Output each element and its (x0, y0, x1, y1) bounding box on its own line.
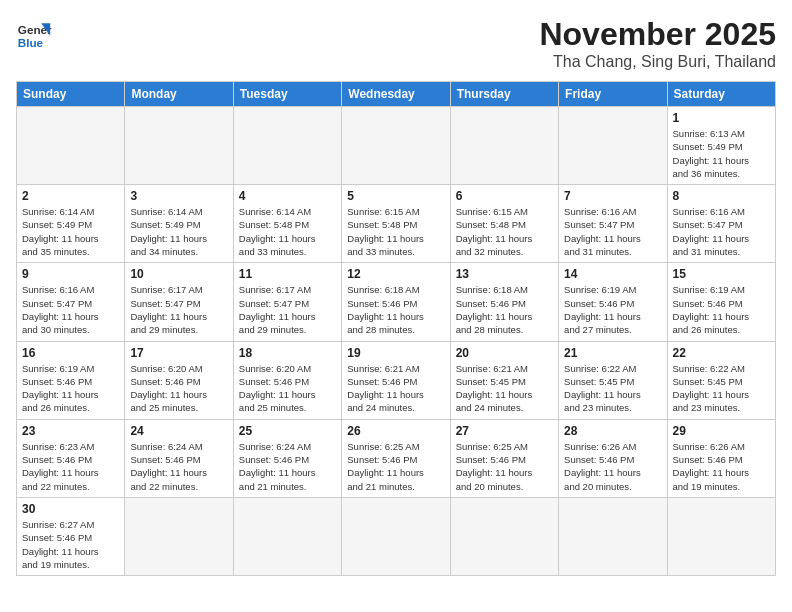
day-number: 4 (239, 189, 336, 203)
day-number: 19 (347, 346, 444, 360)
day-info: Sunrise: 6:22 AM Sunset: 5:45 PM Dayligh… (564, 362, 661, 415)
weekday-header-thursday: Thursday (450, 82, 558, 107)
day-info: Sunrise: 6:20 AM Sunset: 5:46 PM Dayligh… (130, 362, 227, 415)
calendar-cell: 6Sunrise: 6:15 AM Sunset: 5:48 PM Daylig… (450, 185, 558, 263)
calendar-cell: 17Sunrise: 6:20 AM Sunset: 5:46 PM Dayli… (125, 341, 233, 419)
calendar-cell: 15Sunrise: 6:19 AM Sunset: 5:46 PM Dayli… (667, 263, 775, 341)
logo: General Blue (16, 16, 52, 52)
calendar-cell (450, 497, 558, 575)
day-number: 13 (456, 267, 553, 281)
day-info: Sunrise: 6:19 AM Sunset: 5:46 PM Dayligh… (564, 283, 661, 336)
calendar-cell (342, 497, 450, 575)
calendar-cell: 22Sunrise: 6:22 AM Sunset: 5:45 PM Dayli… (667, 341, 775, 419)
day-info: Sunrise: 6:18 AM Sunset: 5:46 PM Dayligh… (456, 283, 553, 336)
weekday-header-monday: Monday (125, 82, 233, 107)
calendar-cell: 8Sunrise: 6:16 AM Sunset: 5:47 PM Daylig… (667, 185, 775, 263)
day-number: 29 (673, 424, 770, 438)
calendar-cell (125, 107, 233, 185)
weekday-header-sunday: Sunday (17, 82, 125, 107)
calendar-cell (342, 107, 450, 185)
title-block: November 2025 Tha Chang, Sing Buri, Thai… (539, 16, 776, 71)
day-number: 25 (239, 424, 336, 438)
location-title: Tha Chang, Sing Buri, Thailand (539, 53, 776, 71)
calendar-cell: 29Sunrise: 6:26 AM Sunset: 5:46 PM Dayli… (667, 419, 775, 497)
calendar-cell: 30Sunrise: 6:27 AM Sunset: 5:46 PM Dayli… (17, 497, 125, 575)
day-number: 8 (673, 189, 770, 203)
day-number: 20 (456, 346, 553, 360)
day-number: 11 (239, 267, 336, 281)
day-info: Sunrise: 6:15 AM Sunset: 5:48 PM Dayligh… (347, 205, 444, 258)
calendar-cell: 12Sunrise: 6:18 AM Sunset: 5:46 PM Dayli… (342, 263, 450, 341)
calendar-week-1: 1Sunrise: 6:13 AM Sunset: 5:49 PM Daylig… (17, 107, 776, 185)
calendar-cell: 3Sunrise: 6:14 AM Sunset: 5:49 PM Daylig… (125, 185, 233, 263)
day-info: Sunrise: 6:15 AM Sunset: 5:48 PM Dayligh… (456, 205, 553, 258)
day-number: 12 (347, 267, 444, 281)
day-info: Sunrise: 6:21 AM Sunset: 5:45 PM Dayligh… (456, 362, 553, 415)
day-info: Sunrise: 6:19 AM Sunset: 5:46 PM Dayligh… (673, 283, 770, 336)
weekday-header-wednesday: Wednesday (342, 82, 450, 107)
day-number: 3 (130, 189, 227, 203)
calendar-table: SundayMondayTuesdayWednesdayThursdayFrid… (16, 81, 776, 576)
header: General Blue November 2025 Tha Chang, Si… (16, 16, 776, 71)
svg-text:Blue: Blue (18, 36, 44, 49)
calendar-cell (233, 497, 341, 575)
day-info: Sunrise: 6:20 AM Sunset: 5:46 PM Dayligh… (239, 362, 336, 415)
day-number: 1 (673, 111, 770, 125)
calendar-week-2: 2Sunrise: 6:14 AM Sunset: 5:49 PM Daylig… (17, 185, 776, 263)
calendar-cell: 9Sunrise: 6:16 AM Sunset: 5:47 PM Daylig… (17, 263, 125, 341)
day-info: Sunrise: 6:14 AM Sunset: 5:49 PM Dayligh… (130, 205, 227, 258)
calendar-cell (559, 497, 667, 575)
day-info: Sunrise: 6:24 AM Sunset: 5:46 PM Dayligh… (130, 440, 227, 493)
day-number: 30 (22, 502, 119, 516)
calendar-cell: 10Sunrise: 6:17 AM Sunset: 5:47 PM Dayli… (125, 263, 233, 341)
day-info: Sunrise: 6:16 AM Sunset: 5:47 PM Dayligh… (564, 205, 661, 258)
calendar-cell: 7Sunrise: 6:16 AM Sunset: 5:47 PM Daylig… (559, 185, 667, 263)
day-number: 26 (347, 424, 444, 438)
calendar-cell: 5Sunrise: 6:15 AM Sunset: 5:48 PM Daylig… (342, 185, 450, 263)
logo-icon: General Blue (16, 16, 52, 52)
day-info: Sunrise: 6:26 AM Sunset: 5:46 PM Dayligh… (673, 440, 770, 493)
calendar-cell: 16Sunrise: 6:19 AM Sunset: 5:46 PM Dayli… (17, 341, 125, 419)
day-number: 22 (673, 346, 770, 360)
calendar-cell: 4Sunrise: 6:14 AM Sunset: 5:48 PM Daylig… (233, 185, 341, 263)
day-number: 17 (130, 346, 227, 360)
day-info: Sunrise: 6:16 AM Sunset: 5:47 PM Dayligh… (673, 205, 770, 258)
calendar-cell: 28Sunrise: 6:26 AM Sunset: 5:46 PM Dayli… (559, 419, 667, 497)
calendar-cell: 11Sunrise: 6:17 AM Sunset: 5:47 PM Dayli… (233, 263, 341, 341)
calendar-cell: 13Sunrise: 6:18 AM Sunset: 5:46 PM Dayli… (450, 263, 558, 341)
calendar-cell (233, 107, 341, 185)
calendar-cell: 26Sunrise: 6:25 AM Sunset: 5:46 PM Dayli… (342, 419, 450, 497)
calendar-cell (559, 107, 667, 185)
calendar-cell: 27Sunrise: 6:25 AM Sunset: 5:46 PM Dayli… (450, 419, 558, 497)
day-number: 2 (22, 189, 119, 203)
day-number: 15 (673, 267, 770, 281)
day-info: Sunrise: 6:13 AM Sunset: 5:49 PM Dayligh… (673, 127, 770, 180)
calendar-week-6: 30Sunrise: 6:27 AM Sunset: 5:46 PM Dayli… (17, 497, 776, 575)
calendar-cell (125, 497, 233, 575)
day-info: Sunrise: 6:22 AM Sunset: 5:45 PM Dayligh… (673, 362, 770, 415)
day-number: 6 (456, 189, 553, 203)
calendar-cell: 14Sunrise: 6:19 AM Sunset: 5:46 PM Dayli… (559, 263, 667, 341)
calendar-cell: 19Sunrise: 6:21 AM Sunset: 5:46 PM Dayli… (342, 341, 450, 419)
day-number: 24 (130, 424, 227, 438)
calendar-week-5: 23Sunrise: 6:23 AM Sunset: 5:46 PM Dayli… (17, 419, 776, 497)
day-info: Sunrise: 6:25 AM Sunset: 5:46 PM Dayligh… (347, 440, 444, 493)
day-info: Sunrise: 6:25 AM Sunset: 5:46 PM Dayligh… (456, 440, 553, 493)
weekday-header-friday: Friday (559, 82, 667, 107)
month-title: November 2025 (539, 16, 776, 53)
weekday-header-saturday: Saturday (667, 82, 775, 107)
calendar-cell (667, 497, 775, 575)
day-info: Sunrise: 6:14 AM Sunset: 5:48 PM Dayligh… (239, 205, 336, 258)
day-number: 18 (239, 346, 336, 360)
weekday-header-row: SundayMondayTuesdayWednesdayThursdayFrid… (17, 82, 776, 107)
day-info: Sunrise: 6:23 AM Sunset: 5:46 PM Dayligh… (22, 440, 119, 493)
calendar-cell: 1Sunrise: 6:13 AM Sunset: 5:49 PM Daylig… (667, 107, 775, 185)
day-number: 5 (347, 189, 444, 203)
day-info: Sunrise: 6:17 AM Sunset: 5:47 PM Dayligh… (239, 283, 336, 336)
calendar-cell: 18Sunrise: 6:20 AM Sunset: 5:46 PM Dayli… (233, 341, 341, 419)
day-info: Sunrise: 6:17 AM Sunset: 5:47 PM Dayligh… (130, 283, 227, 336)
calendar-week-3: 9Sunrise: 6:16 AM Sunset: 5:47 PM Daylig… (17, 263, 776, 341)
calendar-cell: 25Sunrise: 6:24 AM Sunset: 5:46 PM Dayli… (233, 419, 341, 497)
calendar-cell (17, 107, 125, 185)
weekday-header-tuesday: Tuesday (233, 82, 341, 107)
